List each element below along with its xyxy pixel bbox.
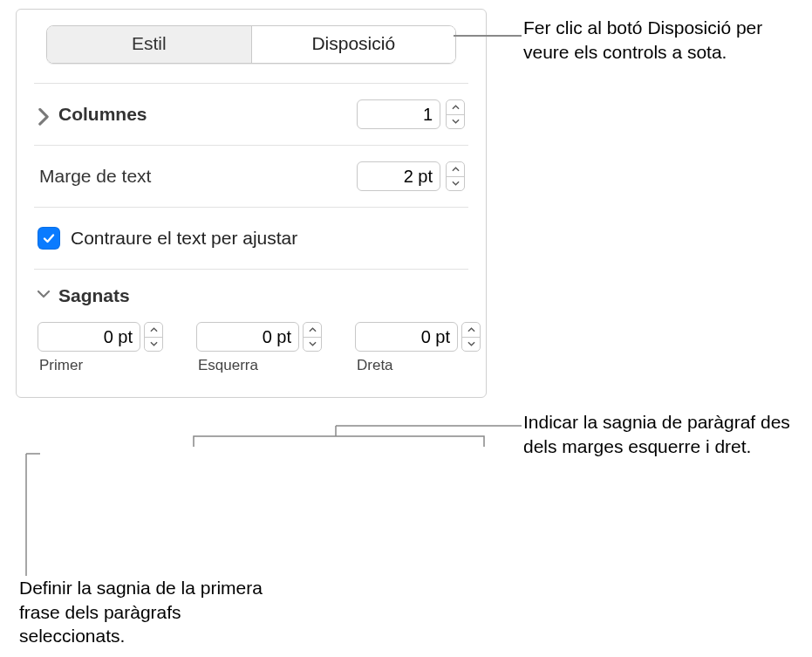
- indent-first-spinner: [144, 322, 163, 352]
- indent-left-label: Esquerra: [196, 357, 322, 374]
- text-inset-step-up[interactable]: [447, 162, 464, 177]
- columns-row: Columnes: [36, 84, 467, 145]
- indent-right-input[interactable]: [355, 322, 458, 352]
- chevron-down-icon: [38, 290, 50, 302]
- text-inset-row: Marge de text: [36, 146, 467, 207]
- text-inset-spinner: [446, 161, 465, 191]
- callout-layout-tab: Fer clic al botó Disposició per veure el…: [523, 16, 794, 64]
- shrink-text-label: Contraure el text per ajustar: [71, 228, 297, 249]
- columns-step-down[interactable]: [447, 115, 464, 129]
- indent-left-spinner: [303, 322, 322, 352]
- indents-row: Primer Esquerra Dreta: [36, 313, 467, 381]
- indent-right-stepper: [355, 322, 481, 352]
- text-inset-input[interactable]: [357, 161, 440, 191]
- callout-line-first: [17, 454, 70, 576]
- columns-input[interactable]: [357, 99, 440, 129]
- shrink-text-checkbox[interactable]: [38, 227, 60, 250]
- indent-first-col: Primer: [38, 322, 163, 374]
- indent-right-spinner: [461, 322, 481, 352]
- text-inset-stepper: [357, 161, 465, 191]
- indent-right-col: Dreta: [355, 322, 481, 374]
- layout-panel: Estil Disposició Columnes Marge de text: [16, 9, 487, 398]
- text-inset-step-down[interactable]: [447, 177, 464, 191]
- tab-layout-label: Disposició: [311, 33, 395, 53]
- tab-segmented: Estil Disposició: [46, 25, 456, 64]
- shrink-text-row: Contraure el text per ajustar: [36, 208, 467, 269]
- columns-label: Columnes: [58, 104, 147, 125]
- columns-spinner: [446, 99, 465, 129]
- callout-first: Definir la sagnia de la primera frase de…: [19, 576, 263, 648]
- indent-left-step-down[interactable]: [304, 338, 321, 352]
- indent-first-step-up[interactable]: [145, 323, 162, 338]
- indent-left-stepper: [196, 322, 322, 352]
- indents-label: Sagnats: [58, 285, 130, 306]
- indent-right-step-up[interactable]: [462, 323, 480, 338]
- chevron-right-icon[interactable]: [38, 108, 50, 120]
- indents-header[interactable]: Sagnats: [36, 270, 467, 313]
- columns-label-group: Columnes: [38, 104, 147, 125]
- callout-margins: Indicar la sagnia de paràgraf des dels m…: [523, 410, 802, 458]
- indent-first-step-down[interactable]: [145, 338, 162, 352]
- indent-first-label: Primer: [38, 357, 163, 374]
- tab-layout[interactable]: Disposició: [251, 26, 456, 63]
- text-inset-label: Marge de text: [39, 166, 151, 187]
- text-inset-label-group: Marge de text: [38, 166, 151, 187]
- indent-first-input[interactable]: [38, 322, 140, 352]
- indent-left-col: Esquerra: [196, 322, 322, 374]
- callout-line: [454, 35, 522, 37]
- indent-left-step-up[interactable]: [304, 323, 321, 338]
- columns-stepper: [357, 99, 465, 129]
- columns-step-up[interactable]: [447, 100, 464, 115]
- indent-right-step-down[interactable]: [462, 338, 480, 352]
- tab-style[interactable]: Estil: [47, 26, 251, 63]
- callout-bracket-icon: [174, 426, 523, 478]
- indent-right-label: Dreta: [355, 357, 481, 374]
- indent-first-stepper: [38, 322, 163, 352]
- tab-style-label: Estil: [132, 33, 167, 53]
- indent-left-input[interactable]: [196, 322, 299, 352]
